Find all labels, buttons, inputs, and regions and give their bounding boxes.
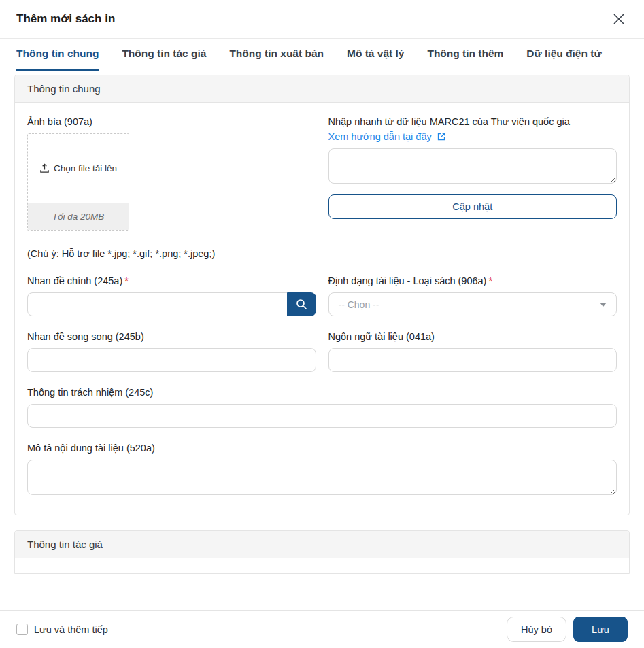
author-info-card: Thông tin tác giả	[14, 530, 630, 574]
language-input[interactable]	[328, 348, 617, 372]
upload-icon	[39, 163, 50, 173]
doc-format-field: Định dạng tài liệu - Loại sách (906a)* -…	[328, 275, 617, 316]
modal-title: Thêm mới sách in	[16, 12, 115, 26]
description-input[interactable]	[27, 460, 617, 495]
save-and-continue-row[interactable]: Lưu và thêm tiếp	[16, 624, 108, 635]
tab-bar: Thông tin chung Thông tin tác giả Thông …	[0, 39, 644, 71]
language-label: Ngôn ngữ tài liệu (041a)	[328, 331, 617, 342]
general-info-card: Thông tin chung Ảnh bìa (907a) Chọn file…	[14, 75, 630, 515]
description-field: Mô tả nội dung tài liệu (520a)	[27, 443, 617, 497]
save-button[interactable]: Lưu	[573, 617, 628, 642]
marc21-update-button[interactable]: Cập nhật	[328, 194, 617, 219]
description-label: Mô tả nội dung tài liệu (520a)	[27, 443, 617, 454]
language-field: Ngôn ngữ tài liệu (041a)	[328, 331, 617, 372]
parallel-title-field: Nhan đề song song (245b)	[27, 331, 316, 372]
cancel-button[interactable]: Hủy bỏ	[507, 617, 566, 642]
main-title-input[interactable]	[27, 292, 287, 316]
marc21-guide-link-text[interactable]: Xem hướng dẫn tại đây	[328, 131, 432, 142]
tab-mo-ta-vat-ly[interactable]: Mô tả vật lý	[347, 39, 404, 71]
tab-thong-tin-tac-gia[interactable]: Thông tin tác giả	[122, 39, 206, 71]
add-printed-book-modal: Thêm mới sách in Thông tin chung Thông t…	[0, 0, 644, 648]
doc-format-select[interactable]: -- Chọn --	[328, 292, 617, 316]
required-marker: *	[488, 275, 492, 286]
author-info-body	[15, 558, 629, 573]
close-button[interactable]	[610, 10, 628, 28]
main-title-label: Nhan đề chính (245a)*	[27, 275, 316, 286]
parallel-title-input[interactable]	[27, 348, 316, 372]
tab-thong-tin-chung[interactable]: Thông tin chung	[16, 39, 99, 71]
marc21-guide-link[interactable]: Xem hướng dẫn tại đây	[328, 131, 617, 142]
marc21-block: Nhập nhanh từ dữ liệu MARC21 của Thư việ…	[328, 116, 617, 259]
responsibility-input[interactable]	[27, 404, 617, 428]
modal-footer: Lưu và thêm tiếp Hủy bỏ Lưu	[0, 610, 644, 648]
close-icon	[613, 13, 625, 25]
general-info-header: Thông tin chung	[15, 75, 629, 103]
cover-upload-block: Ảnh bìa (907a) Chọn file tải lên Tối đa …	[27, 116, 316, 259]
doc-format-selected-value: -- Chọn --	[339, 299, 379, 310]
search-icon	[296, 299, 307, 310]
cover-upload-dropzone[interactable]: Chọn file tải lên Tối đa 20MB	[27, 133, 129, 231]
tab-du-lieu-dien-tu[interactable]: Dữ liệu điện tử	[526, 39, 601, 71]
choose-file-label: Chọn file tải lên	[54, 163, 117, 173]
file-types-note: (Chú ý: Hỗ trợ file *.jpg; *.gif; *.png;…	[27, 248, 316, 259]
responsibility-label: Thông tin trách nhiệm (245c)	[27, 387, 617, 398]
chevron-down-icon	[600, 303, 607, 307]
save-and-continue-label: Lưu và thêm tiếp	[34, 624, 108, 635]
marc21-title: Nhập nhanh từ dữ liệu MARC21 của Thư việ…	[328, 116, 617, 127]
external-link-icon	[437, 132, 446, 141]
required-marker: *	[124, 275, 129, 286]
parallel-title-label: Nhan đề song song (245b)	[27, 331, 316, 342]
modal-header: Thêm mới sách in	[0, 0, 644, 39]
responsibility-field: Thông tin trách nhiệm (245c)	[27, 387, 617, 428]
modal-body: Thông tin chung Ảnh bìa (907a) Chọn file…	[0, 71, 644, 610]
tab-thong-tin-them[interactable]: Thông tin thêm	[427, 39, 503, 71]
choose-file-button[interactable]: Chọn file tải lên	[28, 134, 129, 203]
author-info-header: Thông tin tác giả	[15, 531, 629, 558]
max-size-note: Tối đa 20MB	[28, 203, 129, 230]
save-and-continue-checkbox[interactable]	[16, 624, 28, 635]
tab-thong-tin-xuat-ban[interactable]: Thông tin xuất bản	[229, 39, 324, 71]
main-title-search-button[interactable]	[287, 292, 316, 316]
marc21-input[interactable]	[328, 148, 617, 184]
cover-label: Ảnh bìa (907a)	[27, 116, 316, 127]
main-title-field: Nhan đề chính (245a)*	[27, 275, 316, 316]
doc-format-label: Định dạng tài liệu - Loại sách (906a)*	[328, 275, 617, 286]
general-info-body: Ảnh bìa (907a) Chọn file tải lên Tối đa …	[15, 103, 629, 515]
